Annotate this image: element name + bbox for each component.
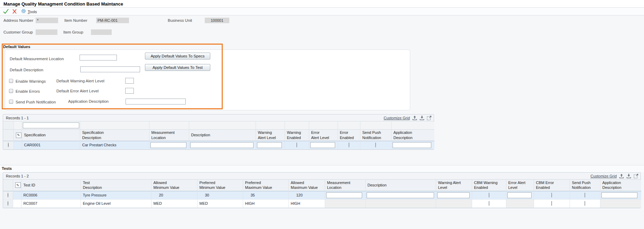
expand-grid-icon[interactable] <box>634 174 638 178</box>
gear-icon <box>21 8 26 15</box>
expand-grid-icon[interactable] <box>427 116 432 120</box>
send-push-notification-grid-checkbox[interactable] <box>585 201 585 206</box>
tests-row-2: RC0007 Engine Oil Level MED MED HIGH HIG… <box>3 199 641 208</box>
col-preferred-maximum-value: Preferred Maximum Value <box>243 180 288 191</box>
col-error-alert-level: Error Alert Level <box>506 180 534 191</box>
apply-default-values-to-test-button[interactable]: Apply Default Values To Test <box>145 64 210 71</box>
send-push-notification-grid-checkbox[interactable] <box>375 143 376 147</box>
cell-preferred-maximum-value: HIGH <box>243 199 288 208</box>
attachment-pencil-icon: ✎ <box>15 182 21 188</box>
col-warning-alert-level: Warning Alert Level <box>436 180 472 191</box>
cell-preferred-maximum-value: 35 <box>243 191 288 199</box>
application-description-input[interactable] <box>126 99 186 104</box>
col-measurement-location: Measurement Location <box>325 180 365 191</box>
col-description: Description <box>189 129 256 141</box>
cell-specification-description: Car Prestart Checks <box>80 141 149 149</box>
measurement-location-cell-input[interactable] <box>326 192 362 198</box>
send-push-notification-label: Send Push Notification <box>16 100 56 104</box>
row-select-radio[interactable] <box>8 201 8 206</box>
enable-warnings-checkbox[interactable] <box>9 79 13 83</box>
cbm-error-enabled-checkbox[interactable] <box>551 193 552 198</box>
export-icon[interactable] <box>619 174 624 178</box>
attachment-column-header: ✎ <box>13 129 22 141</box>
default-error-alert-level-label: Default Error Alert Level <box>56 89 99 93</box>
specs-table: ✎ Specification Specification Descriptio… <box>3 121 434 149</box>
tests-title: Tests <box>2 166 12 171</box>
description-cell-input[interactable] <box>190 142 254 148</box>
row-select-column-header <box>3 129 13 141</box>
app-window: Manage Quality Managment Condition Based… <box>0 0 644 229</box>
cbm-warning-enabled-checkbox[interactable] <box>489 201 489 206</box>
row-select-radio[interactable] <box>8 143 9 147</box>
default-error-alert-level-input[interactable] <box>125 88 134 94</box>
error-enabled-checkbox[interactable] <box>349 143 349 147</box>
cell-test-id: RC0007 <box>21 199 81 208</box>
default-description-input[interactable] <box>80 66 140 72</box>
item-number-field: PM-RC-001 <box>96 18 129 23</box>
specifications-grid: Records 1 - 1 Customize Grid <box>3 114 434 150</box>
apply-default-values-to-specs-button[interactable]: Apply Default Values To Specs <box>145 53 210 59</box>
enable-errors-checkbox[interactable] <box>9 89 13 93</box>
toolbar <box>0 8 644 16</box>
default-warning-alert-level-input[interactable] <box>125 78 134 84</box>
ok-button[interactable] <box>3 9 9 14</box>
specs-customize-grid-link[interactable]: Customize Grid <box>384 116 410 120</box>
default-measurement-location-label: Default Measurement Location <box>10 57 64 61</box>
application-description-cell-input[interactable] <box>601 192 637 198</box>
x-icon <box>12 9 17 15</box>
cell-preferred-minimum-value: 30 <box>197 191 243 199</box>
title-bar: Manage Quality Managment Condition Based… <box>0 0 644 8</box>
row-select-radio[interactable] <box>8 193 8 198</box>
col-warning-alert-level: Warning Alert Level <box>256 129 285 141</box>
send-push-notification-checkbox[interactable] <box>9 100 13 104</box>
specs-row-1: CAR0001 Car Prestart Checks <box>3 141 434 149</box>
cell-error-alert-level-disabled <box>506 199 534 208</box>
tools-label: Tools <box>28 10 37 14</box>
warning-enabled-checkbox[interactable] <box>296 143 297 147</box>
cell-test-description: Engine Oil Level <box>81 199 151 208</box>
col-error-enabled: Error Enabled <box>338 129 360 141</box>
import-icon[interactable] <box>420 116 424 120</box>
warning-alert-level-cell-input[interactable] <box>257 142 282 148</box>
application-description-label: Application Description <box>68 99 109 103</box>
specs-header-row: ✎ Specification Specification Descriptio… <box>3 129 434 141</box>
col-application-description: Application Description <box>391 129 434 141</box>
warning-alert-level-cell-input[interactable] <box>437 192 470 198</box>
send-push-notification-grid-checkbox[interactable] <box>585 193 585 198</box>
specification-filter-input[interactable] <box>23 122 79 128</box>
import-icon[interactable] <box>626 174 631 178</box>
attachment-pencil-icon: ✎ <box>16 132 21 138</box>
attachment-column-header: ✎ <box>13 180 21 191</box>
measurement-location-cell-input[interactable] <box>150 142 186 148</box>
description-cell-input[interactable] <box>367 192 434 198</box>
col-description: Description <box>365 180 436 191</box>
row-select-column-header <box>3 180 13 191</box>
enable-errors-label: Enable Errors <box>16 89 40 93</box>
specs-grid-bar: Records 1 - 1 Customize Grid <box>3 114 434 121</box>
customer-group-field <box>36 29 57 35</box>
tests-section-header: Tests <box>0 165 644 172</box>
address-number-field: * <box>36 18 58 23</box>
tests-customize-grid-link[interactable]: Customize Grid <box>590 174 617 178</box>
tests-header-row: ✎ Test ID Test Description Allowed Minim… <box>3 180 641 191</box>
cell-measurement-location-disabled <box>325 199 365 208</box>
default-measurement-location-input[interactable] <box>80 55 117 61</box>
customer-group-label: Customer Group <box>3 30 33 34</box>
col-error-alert-level: Error Alert Level <box>309 129 338 141</box>
cbm-error-enabled-checkbox[interactable] <box>551 201 552 206</box>
col-send-push-notification: Send Push Notification <box>570 180 600 191</box>
col-allowed-maximum-value: Allowed Maximum Value <box>288 180 325 191</box>
cancel-button[interactable] <box>12 9 18 14</box>
col-test-description: Test Description <box>81 180 151 191</box>
export-icon[interactable] <box>412 116 417 120</box>
cell-allowed-maximum-value: HIGH <box>288 199 325 208</box>
col-test-id: Test ID <box>21 180 81 191</box>
tools-menu[interactable]: Tools <box>21 8 37 15</box>
error-alert-level-cell-input[interactable] <box>507 192 532 198</box>
error-alert-level-cell-input[interactable] <box>310 142 335 148</box>
enable-warnings-label: Enable Warnings <box>16 79 46 83</box>
default-warning-alert-level-label: Default Warning Alert Level <box>56 79 104 83</box>
cbm-warning-enabled-checkbox[interactable] <box>489 193 489 198</box>
application-description-cell-input[interactable] <box>393 142 431 148</box>
page-title: Manage Quality Managment Condition Based… <box>3 1 123 7</box>
